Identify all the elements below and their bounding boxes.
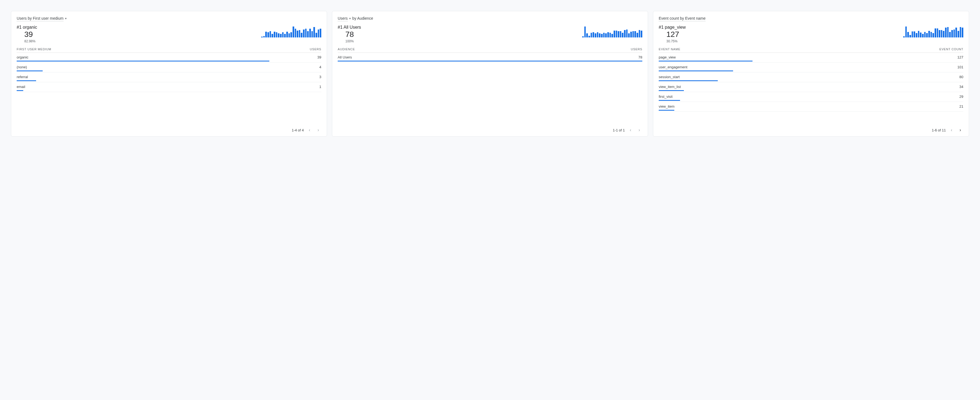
spark-bar [916,33,917,37]
spark-bar [290,32,292,37]
hero-label: All Users [344,25,361,30]
row-label: organic [17,55,29,59]
spark-bar [309,29,311,37]
pager-text: 1-6 of 11 [932,128,946,132]
spark-bar [910,35,911,37]
row-label: view_item [659,104,675,108]
row-bar-track [659,80,963,81]
th-right: USERS [631,48,642,51]
row-value: 34 [959,85,963,89]
spark-bar [912,32,913,37]
dashboard: Users by First user medium▼#1 organic398… [11,11,969,137]
row-label: referral [17,75,28,79]
spark-bar [926,33,928,37]
row-value: 39 [317,55,321,59]
row-label: (none) [17,65,27,69]
spark-bar [931,32,932,37]
table-row[interactable]: page_view127 [659,53,963,63]
spark-bar [903,37,905,37]
spark-bar [924,32,926,37]
hero-rank: #1 [17,25,22,30]
table-row[interactable]: All Users78 [338,53,642,63]
spark-bar [635,31,636,37]
chevron-right-icon: › [636,128,642,133]
spark-bar [947,27,949,37]
table-header: EVENT NAMEEVENT COUNT [659,48,963,53]
spark-bar [626,30,628,37]
table-row[interactable]: referral3 [17,72,321,82]
card-title[interactable]: Users by First user medium▼ [17,16,321,21]
spark-bar [270,31,271,37]
card-title[interactable]: Users▼ by Audience [338,16,642,21]
card: Event count by Event name#1 page_view127… [653,11,969,137]
spark-bar [305,29,307,37]
row-value: 127 [957,55,963,59]
row-label: All Users [338,55,352,59]
title-text[interactable]: Users by First user medium [17,16,64,21]
row-value: 80 [959,75,963,79]
spark-bar [293,27,294,37]
row-value: 21 [959,104,963,108]
spark-bar [939,30,940,37]
spark-bar [272,34,273,37]
th-left: EVENT NAME [659,48,680,51]
spark-bar [951,30,953,37]
row-bar-fill [659,90,684,91]
spark-bar [278,33,280,37]
hero-label: organic [23,25,37,30]
row-bar-track [659,90,963,91]
hero-rank: #1 [659,25,663,30]
row-bar-track [17,70,321,71]
spark-bar [953,30,955,37]
table-row[interactable]: (none)4 [17,63,321,72]
row-bar-track [659,110,963,111]
spark-bar [303,30,305,37]
hero-left: #1 page_view12730.75% [659,25,686,43]
spark-bar [949,32,951,37]
spark-bar [620,31,622,37]
row-value: 29 [959,95,963,98]
table-row[interactable]: organic39 [17,53,321,63]
spark-bar [960,27,961,37]
row-bar-fill [17,80,36,81]
table-row[interactable]: email1 [17,82,321,92]
table-row[interactable]: user_engagement101 [659,63,963,72]
row-label: page_view [659,55,676,59]
spark-bar [313,27,315,37]
table-row[interactable]: view_item21 [659,102,963,112]
spark-bar [307,31,309,37]
row-bar-fill [17,61,269,62]
chevron-down-icon[interactable]: ▼ [65,17,67,20]
spark-bar [274,32,275,37]
spark-bar [628,33,630,37]
spark-bar [261,37,263,37]
title-text: Event count by Event name [659,16,705,21]
th-left: AUDIENCE [338,48,355,51]
spark-bar [614,30,615,37]
spark-bar [955,28,957,37]
table-row[interactable]: view_item_list34 [659,82,963,92]
spark-bar [280,34,282,37]
spark-bar [582,37,584,37]
spark-bar [611,34,613,37]
hero-value: 127 [659,30,686,39]
table-body: page_view127user_engagement101session_st… [659,53,963,125]
spark-bar [599,33,600,37]
spark-bar [636,33,638,37]
spark-bar [622,33,624,37]
spark-bar [267,32,269,37]
spark-bar [618,31,619,37]
title-dropdown[interactable]: Users [338,16,348,21]
spark-bar [284,34,286,37]
spark-bar [299,30,301,37]
chevron-left-icon: ‹ [948,128,955,133]
chevron-right-icon[interactable]: › [957,128,963,133]
table-row[interactable]: first_visit29 [659,92,963,102]
spark-bar [630,32,632,37]
spark-bar [595,33,597,37]
sparkline [261,26,321,37]
spark-bar [320,29,321,37]
table-row[interactable]: session_start80 [659,72,963,82]
row-bar-track [17,61,321,62]
spark-bar [941,30,943,37]
